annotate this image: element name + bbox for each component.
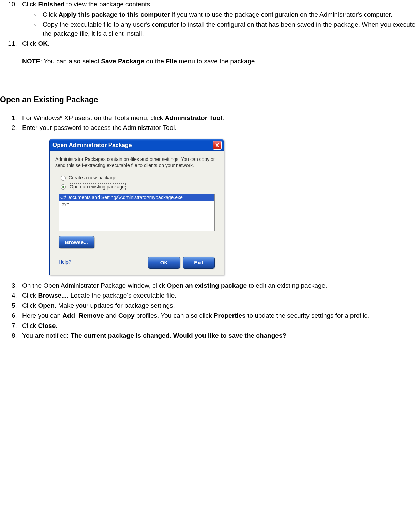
- section-heading: Open an Existing Package: [0, 94, 417, 105]
- step-10-sublist: Click Apply this package to this compute…: [22, 10, 417, 39]
- instruction-list-1: Click Finished to view the package conte…: [0, 0, 417, 66]
- divider: [0, 80, 417, 80]
- s2-step-4: Click Browse.... Locate the package's ex…: [19, 291, 417, 300]
- dialog-title: Open Administrator Package: [52, 141, 132, 149]
- s2-step-1: For Windows* XP users: on the Tools menu…: [19, 113, 417, 123]
- package-listbox[interactable]: C:\Documents and Settings\Administrator\…: [59, 194, 215, 231]
- s2-step-6: Here you can Add, Remove and Copy profil…: [19, 311, 417, 320]
- browse-button[interactable]: Browse...: [59, 236, 94, 248]
- radio-create-label: Create a new package: [69, 175, 116, 181]
- instruction-list-2: For Windows* XP users: on the Tools menu…: [0, 113, 417, 340]
- radio-icon: [61, 184, 66, 190]
- radio-open-existing[interactable]: Open an existing package: [61, 183, 218, 191]
- step-10-sub-2: Copy the executable file to any user's c…: [39, 20, 417, 38]
- step-11: Click OK. NOTE: You can also select Save…: [19, 39, 417, 66]
- list-item[interactable]: .exe: [59, 201, 214, 209]
- dialog-description: Administrator Packages contain profiles …: [55, 156, 218, 168]
- s2-step-3: On the Open Administrator Package window…: [19, 281, 417, 290]
- s2-step-5: Click Open. Make your updates for packag…: [19, 301, 417, 310]
- step-11-note: NOTE: You can also select Save Package o…: [22, 57, 417, 66]
- list-item[interactable]: C:\Documents and Settings\Administrator\…: [59, 194, 214, 201]
- step-10-sub-1: Click Apply this package to this compute…: [39, 10, 417, 19]
- close-button[interactable]: X: [213, 141, 222, 150]
- dialog-titlebar: Open Administrator Package X: [50, 139, 224, 151]
- radio-open-label: Open an existing package: [69, 183, 126, 191]
- radio-icon: [61, 176, 66, 181]
- s2-step-7: Click Close.: [19, 321, 417, 331]
- exit-button[interactable]: Exit: [183, 257, 215, 269]
- s2-step-2: Enter your password to access the Admini…: [19, 123, 417, 275]
- radio-create-new[interactable]: Create a new package: [61, 175, 218, 181]
- help-link[interactable]: Help?: [59, 259, 71, 266]
- step-10: Click Finished to view the package conte…: [19, 0, 417, 38]
- s2-step-8: You are notified: The current package is…: [19, 331, 417, 340]
- close-icon: X: [215, 141, 219, 149]
- dialog-screenshot: Open Administrator Package X Administrat…: [49, 139, 417, 275]
- ok-button[interactable]: OK: [148, 257, 180, 269]
